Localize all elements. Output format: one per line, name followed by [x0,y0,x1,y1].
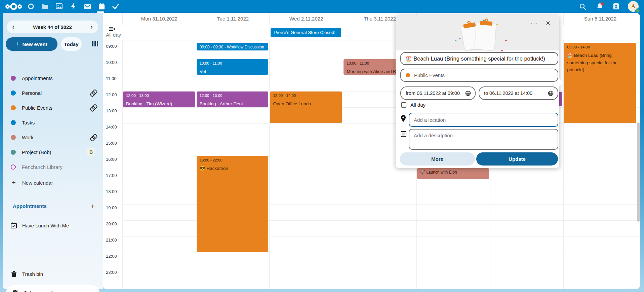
calendar-color-dot [11,165,16,170]
day-header: Sun 6.11.2022 [563,13,637,25]
next-week-button[interactable]: › [89,24,94,30]
new-calendar-label: New calendar [22,180,53,186]
notifications-icon[interactable] [593,0,607,13]
event-title-field[interactable] [400,52,558,65]
sidebar-calendar-personal[interactable]: Personal [5,85,100,100]
sidebar-calendar-public-events[interactable]: Public Events [5,100,100,115]
all-day-label: All day [106,32,121,38]
event-time: 12:00 - 13:00 [200,94,266,98]
new-event-button[interactable]: + New event [6,37,57,51]
search-icon[interactable] [575,0,590,13]
appointment-item-have-lunch[interactable]: Have Lunch With Me [5,219,100,232]
event-title: 😎 Hackathon [200,165,266,172]
calendar-color-dot [406,73,410,77]
all-day-option[interactable]: All day [401,102,426,108]
time-label: 17:00 [106,173,121,178]
all-day-checkbox[interactable] [401,102,406,108]
add-appointment-button[interactable]: + [88,202,97,211]
vertical-scrollbar[interactable] [637,122,640,222]
prev-week-button[interactable]: ‹ [11,24,16,30]
event[interactable]: 09:00 - 14:00🏖️ Beach Luau (Bring someth… [564,43,636,123]
tasks-icon[interactable] [109,0,123,13]
event-editor-popup: ··· ✕ Public Events from 06.11.2022 at 0… [396,15,559,168]
sidebar-calendar-appointments[interactable]: Appointments [5,71,100,85]
notification-badge [601,2,604,5]
timezone-globe-icon[interactable] [548,90,554,96]
event[interactable]: 🚀 Launch with Elon [417,168,489,179]
shared-link-icon[interactable] [90,105,95,111]
event[interactable]: 12:00 - 14:00Open Office Lunch [270,92,342,123]
sidebar: ‹ Week 44 of 2022 › + New event Today Ap… [3,13,103,289]
update-button[interactable]: Update [476,152,558,166]
calendar-icon[interactable] [94,0,109,13]
event[interactable]: 16:00 - 22:00😎 Hackathon [197,156,269,252]
gear-icon [12,290,18,292]
photos-icon[interactable] [52,0,66,13]
calendar-week-view: Mon 31.10.2022Tue 1.11.2022Wed 2.11.2022… [103,13,640,289]
hour-line [122,123,640,124]
event-title: 09:00 - 09:30 - Workflow Discussion [200,44,266,50]
event-title-input[interactable] [405,56,554,62]
event[interactable]: 10:00 - 11:00Vet [197,59,269,75]
activity-icon[interactable] [66,0,80,13]
new-calendar-button[interactable]: + New calendar [5,176,100,189]
shared-link-icon[interactable] [90,135,95,140]
avatar[interactable]: A [628,1,639,12]
sidebar-calendar-project-bob[interactable]: Project (Bob) B [5,145,100,159]
files-icon[interactable] [38,0,52,13]
calendar-settings-button[interactable]: Calendar settings [6,285,99,292]
timezone-globe-icon[interactable] [465,90,471,96]
event-title: Open Office Lunch [273,100,339,108]
calendar-label: Personal [22,90,90,96]
hour-line [122,253,640,253]
sidebar-calendar-tasks[interactable]: Tasks [5,115,100,130]
shared-link-icon[interactable] [90,90,95,96]
logo-circle [10,3,17,10]
settings-label: Calendar settings [24,290,63,292]
contacts-icon[interactable] [609,0,623,13]
logo-circle [5,4,10,9]
location-input[interactable] [409,113,558,127]
description-input[interactable] [409,129,558,150]
trash-icon [11,271,17,277]
all-day-event[interactable]: Pierre's General Store Closed! [271,28,341,37]
location-pin-icon [401,115,406,123]
collapse-all-day-icon[interactable] [109,27,115,31]
event[interactable]: 09:00 - 09:30 - Workflow Discussion [197,43,269,50]
sidebar-calendar-fenchurch-library[interactable]: Fenchurch Library [5,159,100,174]
close-icon[interactable]: ✕ [546,20,551,27]
event[interactable]: 12:00 - 13:00Booking - Tim (Wizard) [123,92,195,107]
time-gutter-spacer [103,13,122,25]
event-title: Vet [200,68,266,75]
shared-user-avatar: B [87,148,95,156]
plus-icon: + [11,179,17,186]
dashboard-icon[interactable] [24,0,38,13]
more-actions-icon[interactable]: ··· [530,20,538,27]
avatar-letter: A [631,3,635,9]
calendar-select[interactable]: Public Events [400,69,558,82]
end-datetime-field[interactable]: to 06.11.2022 at 14:00 [479,86,558,100]
column-divider [196,40,196,289]
time-label: 09:00 [106,44,121,49]
event-time: 09:00 - 14:00 [567,45,633,49]
time-label: 22:00 [106,254,121,259]
time-label: 15:00 [106,141,121,146]
start-datetime-field[interactable]: from 06.11.2022 at 09:00 [400,86,476,100]
today-button[interactable]: Today [61,37,82,51]
time-label: 12:00 [106,92,121,97]
time-label: 23:00 [106,270,121,275]
nextcloud-logo[interactable] [5,2,22,10]
time-label: 14:00 [106,124,121,130]
time-grid[interactable]: 09:0010:0011:0012:0013:0014:0015:0016:00… [103,40,640,289]
week-view-icon[interactable] [92,40,99,47]
sidebar-calendar-work[interactable]: Work [5,130,100,145]
start-datetime-value: from 06.11.2022 at 09:00 [406,90,460,96]
week-navigation: ‹ Week 44 of 2022 › [7,21,98,33]
more-button[interactable]: More [400,152,475,166]
event[interactable]: 12:00 - 13:00Booking - Arthur Dent [197,92,269,107]
end-datetime-value: to 06.11.2022 at 14:00 [484,90,532,96]
trash-bin-button[interactable]: Trash bin [5,267,100,281]
event-time: 12:00 - 14:00 [273,94,339,98]
mail-icon[interactable] [80,0,94,13]
logo-circle [17,4,22,9]
